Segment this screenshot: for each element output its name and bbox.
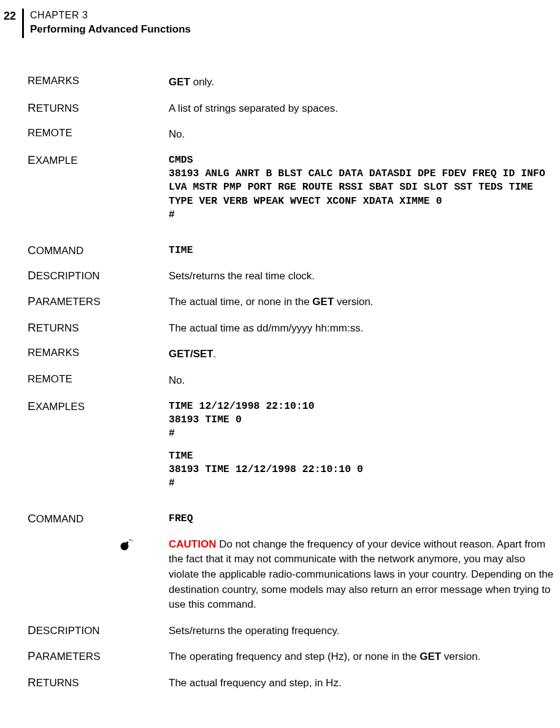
cap: C (28, 512, 36, 525)
row-remote-1: REMOTE No. (0, 127, 560, 142)
label-returns: RETURNS (0, 676, 169, 691)
row-command-time: COMMAND TIME (0, 244, 560, 257)
value-returns: The actual frequency and step, in Hz. (169, 676, 560, 691)
page-number: 22 (0, 9, 22, 23)
rest: ESCRIPTION (36, 625, 100, 637)
bold-get: GET (312, 296, 334, 308)
label-returns: RETURNS (0, 321, 169, 336)
label-examples: EXAMPLES (0, 400, 169, 490)
cap: R (28, 676, 36, 689)
value-description: Sets/returns the operating frequency. (169, 624, 560, 639)
rest: XAMPLES (36, 401, 85, 412)
row-returns-1: RETURNS A list of strings separated by s… (0, 101, 560, 117)
value-command: FREQ (169, 512, 560, 525)
row-returns-2: RETURNS The actual time as dd/mm/yyyy hh… (0, 321, 560, 336)
caution-word: CAUTION (169, 538, 216, 550)
row-examples-2: EXAMPLES TIME 12/12/1998 22:10:10 38193 … (0, 400, 560, 490)
cap: E (28, 400, 36, 412)
row-remote-2: REMOTE No. (0, 373, 560, 389)
label-command: COMMAND (0, 244, 169, 257)
chapter-subtitle: Performing Advanced Functions (30, 21, 191, 36)
rest: ETURNS (36, 677, 79, 689)
rest: ARAMETERS (36, 651, 101, 662)
value-remarks: GET/SET. (169, 347, 560, 362)
rest: OMMAND (36, 513, 83, 525)
cap: R (28, 321, 36, 334)
value-parameters: The operating frequency and step (Hz), o… (169, 649, 560, 665)
code-freq: FREQ (169, 512, 554, 525)
row-command-freq: COMMAND FREQ (0, 512, 560, 525)
page-header: 22 CHAPTER 3 Performing Advanced Functio… (0, 0, 560, 38)
svg-point-2 (131, 539, 132, 540)
row-parameters-3: PARAMETERS The operating frequency and s… (0, 649, 560, 665)
value-remote: No. (169, 127, 560, 142)
bold-get: GET (169, 76, 190, 88)
label-remote: REMOTE (0, 127, 169, 142)
pre: The operating frequency and step (Hz), o… (169, 651, 420, 662)
post: version. (441, 651, 480, 662)
code-time-set: TIME 12/12/1998 22:10:10 38193 TIME 0 # (169, 400, 554, 441)
pre: The actual time, or none in the (169, 296, 312, 308)
cap: D (28, 624, 36, 637)
value-parameters: The actual time, or none in the GET vers… (169, 295, 560, 310)
row-description-2: DESCRIPTION Sets/returns the real time c… (0, 269, 560, 284)
cap: E (28, 153, 36, 166)
post: version. (334, 296, 373, 308)
label-description: DESCRIPTION (0, 624, 169, 639)
value-returns: The actual time as dd/mm/yyyy hh:mm:ss. (169, 321, 560, 336)
rest: XAMPLE (36, 155, 78, 166)
value-returns: A list of strings separated by spaces. (169, 101, 560, 117)
label-parameters: PARAMETERS (0, 295, 169, 310)
code-time: TIME (169, 244, 554, 257)
row-remarks-1: REMARKS GET only. (0, 75, 560, 90)
label-parameters: PARAMETERS (0, 649, 169, 665)
bold-get: GET (420, 651, 441, 662)
cap: P (28, 295, 36, 308)
label-returns: RETURNS (0, 101, 169, 117)
svg-point-4 (131, 541, 132, 541)
cap: P (28, 649, 36, 662)
caution-icon-col (0, 537, 169, 613)
value-remarks: GET only. (169, 75, 560, 90)
rest: ARAMETERS (36, 296, 101, 308)
text-only: only. (190, 76, 214, 88)
row-returns-3: RETURNS The actual frequency and step, i… (0, 676, 560, 691)
chapter-line: CHAPTER 3 (30, 9, 191, 21)
row-parameters-2: PARAMETERS The actual time, or none in t… (0, 295, 560, 310)
row-example-1: EXAMPLE CMDS 38193 ANLG ANRT B BLST CALC… (0, 153, 560, 222)
label-remarks: REMARKS (0, 75, 169, 90)
row-caution: CAUTION Do not change the frequency of y… (0, 537, 560, 613)
cap: D (28, 269, 36, 282)
value-description: Sets/returns the real time clock. (169, 269, 560, 284)
label-remote: REMOTE (0, 373, 169, 389)
content: REMARKS GET only. RETURNS A list of stri… (0, 38, 560, 691)
value-remote: No. (169, 373, 560, 389)
svg-point-3 (132, 540, 132, 541)
code-cmds: CMDS 38193 ANLG ANRT B BLST CALC DATA DA… (169, 153, 554, 222)
bomb-icon (120, 538, 132, 549)
value-examples: TIME 12/12/1998 22:10:10 38193 TIME 0 # … (169, 400, 560, 490)
bold-getset: GET/SET (169, 348, 213, 360)
rest: ESCRIPTION (36, 270, 100, 282)
caution-body: Do not change the frequency of your devi… (169, 538, 553, 611)
row-remarks-2: REMARKS GET/SET. (0, 347, 560, 362)
rest: OMMAND (36, 245, 83, 257)
label-remarks: REMARKS (0, 347, 169, 362)
value-command: TIME (169, 244, 560, 257)
cap: C (28, 244, 36, 257)
label-example: EXAMPLE (0, 153, 169, 222)
header-titles: CHAPTER 3 Performing Advanced Functions (24, 9, 191, 36)
caution-text: CAUTION Do not change the frequency of y… (169, 537, 560, 613)
dot: . (213, 348, 217, 360)
value-example: CMDS 38193 ANLG ANRT B BLST CALC DATA DA… (169, 153, 560, 222)
row-description-3: DESCRIPTION Sets/returns the operating f… (0, 624, 560, 639)
rest: ETURNS (36, 103, 79, 114)
code-time-get: TIME 38193 TIME 12/12/1998 22:10:10 0 # (169, 449, 554, 490)
label-command: COMMAND (0, 512, 169, 525)
cap: R (28, 101, 36, 114)
label-description: DESCRIPTION (0, 269, 169, 284)
rest: ETURNS (36, 322, 79, 334)
